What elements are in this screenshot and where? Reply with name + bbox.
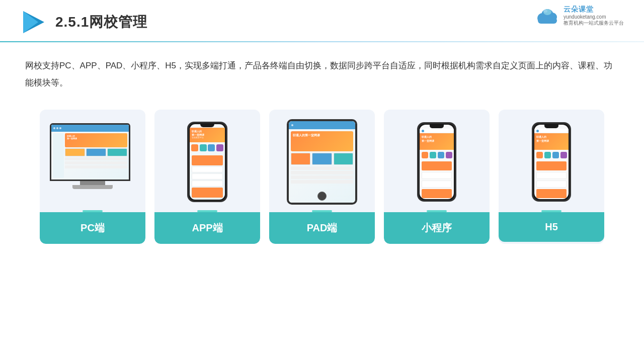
- mini-card-block-1: [422, 172, 452, 179]
- mini-card-orange-4: [536, 189, 567, 198]
- mini-card-block-4: [536, 180, 567, 188]
- mini-phone-frame-2: 职通人的第一堂网课: [532, 122, 571, 202]
- card-pad-image: 职通人的第一堂网课: [269, 110, 375, 210]
- phone-icon-2: [200, 144, 207, 151]
- mini-phone-icons-1: [420, 150, 454, 160]
- mini-card-orange-3: [536, 161, 567, 170]
- pad-card-3: [334, 153, 353, 165]
- page-title: 2.5.1网校管理: [55, 13, 147, 32]
- pc-body: 职通人的第一堂网课: [51, 132, 129, 179]
- phone-icons-row: [190, 142, 225, 153]
- pc-nav-dot-2: [56, 127, 58, 129]
- svg-marker-1: [23, 11, 38, 33]
- pc-rows: [65, 157, 127, 178]
- phone-banner-title: 职通人的第一堂网课: [192, 130, 223, 137]
- description-text: 网校支持PC、APP、PAD、小程序、H5，实现多端打通，产品各终端自由切换，数…: [0, 42, 644, 92]
- phone-icon-4: [216, 144, 223, 151]
- card-app-label-wrap: APP端: [154, 210, 260, 244]
- phone-block-2: [192, 173, 223, 179]
- card-h5-label-wrap: H5: [499, 210, 604, 242]
- mini-phone-banner-title-2: 职通人的第一堂网课: [536, 135, 567, 143]
- mini-icon-6: [544, 152, 551, 158]
- pad-body: 职通人的第一堂网课: [289, 129, 355, 190]
- mini-phone-top-1: [420, 129, 454, 133]
- phone-mockup: 职通人的第一堂网课 在线教育平台: [187, 122, 227, 202]
- mini-phone-frame-1: 职通人的第一堂网课: [417, 122, 456, 202]
- pc-sidebar: [53, 133, 64, 178]
- mini-phone-icons-2: [534, 150, 569, 160]
- pc-main: 职通人的第一堂网课: [65, 133, 127, 178]
- pad-nav-dot: [291, 124, 293, 126]
- mini-phone-banner-2: 职通人的第一堂网课: [534, 133, 569, 150]
- pad-row-1: [291, 166, 353, 170]
- mini-icon-7: [552, 152, 559, 158]
- brand-cloud-icon: [535, 7, 559, 25]
- pad-card-2: [312, 153, 332, 165]
- brand-name: 云朵课堂: [564, 5, 594, 14]
- pc-nav: [51, 125, 129, 132]
- mini-phone-notch-1: [430, 125, 444, 128]
- card-h5: 职通人的第一堂网课: [499, 110, 604, 244]
- pad-mockup: 职通人的第一堂网课: [287, 119, 357, 205]
- pc-nav-dot-3: [59, 127, 61, 129]
- description-paragraph: 网校支持PC、APP、PAD、小程序、H5，实现多端打通，产品各终端自由切换，数…: [25, 57, 619, 92]
- card-pc: 职通人的第一堂网课: [40, 110, 145, 244]
- card-miniapp-label: 小程序: [384, 212, 490, 244]
- platform-cards: 职通人的第一堂网课: [0, 92, 644, 244]
- phone-block-orange: [192, 155, 223, 165]
- pad-cards: [291, 153, 353, 165]
- pad-screen: 职通人的第一堂网课: [289, 121, 355, 203]
- pad-rows: [291, 166, 353, 184]
- pc-screen-content: 职通人的第一堂网课: [51, 125, 129, 179]
- pad-nav: [289, 121, 355, 129]
- phone-banner-sub: 在线教育平台: [192, 137, 223, 139]
- card-pc-image: 职通人的第一堂网课: [40, 110, 145, 210]
- mini-phone-dot-1: [422, 130, 424, 132]
- mini-phone-cards-1: [420, 160, 454, 199]
- mini-phone-mockup-1: 职通人的第一堂网课: [417, 122, 456, 202]
- card-pc-label-wrap: PC端: [40, 210, 145, 244]
- mini-phone-screen-1: 职通人的第一堂网课: [420, 125, 454, 199]
- mini-phone-banner-1: 职通人的第一堂网课: [420, 133, 454, 150]
- pc-screen-frame: 职通人的第一堂网课: [50, 123, 130, 181]
- mini-card-block-3: [536, 172, 567, 179]
- mini-icon-8: [560, 152, 567, 158]
- brand-domain: yunduoketang.com: [564, 14, 606, 20]
- pc-mini-card-1: [65, 148, 85, 156]
- card-h5-image: 职通人的第一堂网课: [499, 110, 604, 210]
- pad-banner: 职通人的第一堂网课: [291, 131, 353, 151]
- pc-mini-card-3: [107, 148, 127, 156]
- card-miniapp: 职通人的第一堂网课: [384, 110, 490, 244]
- pc-mini-card-2: [86, 148, 106, 156]
- mini-icon-3: [438, 152, 444, 158]
- pc-nav-dot-1: [53, 127, 55, 129]
- pc-banner-text: 职通人的第一堂网课: [67, 135, 77, 140]
- pad-banner-title: 职通人的第一堂网课: [293, 133, 351, 138]
- mini-phone-cards-2: [534, 160, 569, 199]
- mini-icon-1: [422, 152, 428, 158]
- brand-tagline: 教育机构一站式服务云平台: [564, 20, 624, 27]
- mini-phone-notch-2: [544, 125, 558, 128]
- mini-phone-mockup-2: 职通人的第一堂网课: [532, 122, 571, 202]
- phone-notch: [200, 123, 214, 127]
- pc-stand-bottom: [72, 185, 113, 189]
- pad-row-4: [291, 180, 353, 184]
- phone-icon-3: [208, 144, 215, 151]
- pc-cards-row: [65, 148, 127, 156]
- pc-banner: 职通人的第一堂网课: [65, 133, 127, 147]
- pad-row-2: [291, 171, 353, 174]
- pad-frame: 职通人的第一堂网课: [287, 119, 357, 205]
- svg-rect-5: [538, 18, 557, 24]
- mini-card-orange-1: [422, 161, 452, 170]
- logo-arrow-icon: [20, 9, 46, 35]
- card-app-image: 职通人的第一堂网课 在线教育平台: [154, 110, 260, 210]
- svg-point-7: [543, 10, 547, 13]
- pc-row-3: [65, 165, 127, 168]
- mini-icon-5: [536, 152, 543, 158]
- phone-screen: 职通人的第一堂网课 在线教育平台: [190, 124, 225, 200]
- pc-row-1: [65, 157, 127, 160]
- card-pc-label: PC端: [40, 212, 145, 244]
- phone-block-1: [192, 166, 223, 172]
- card-h5-label: H5: [499, 212, 604, 242]
- card-pad-label: PAD端: [269, 212, 375, 244]
